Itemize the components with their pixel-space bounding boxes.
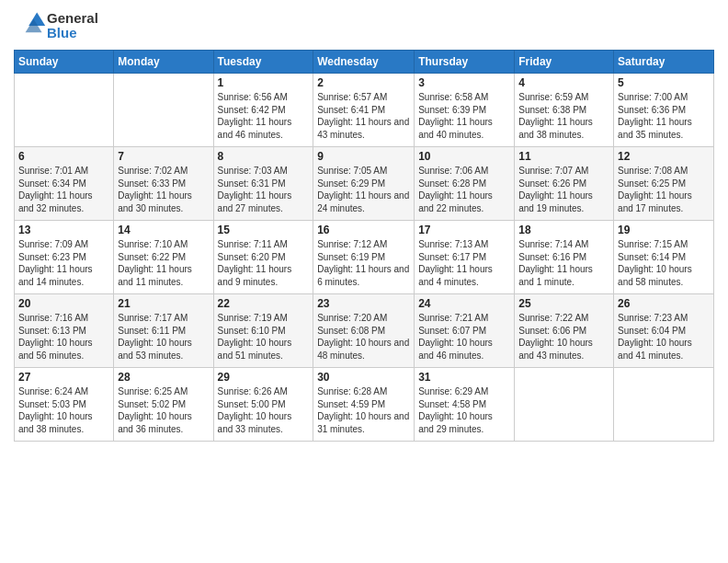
calendar-page: General Blue SundayMondayTuesdayWednesda… — [0, 0, 728, 563]
day-cell: 1Sunrise: 6:56 AMSunset: 6:42 PMDaylight… — [213, 74, 313, 147]
logo-container: General Blue — [14, 9, 98, 42]
day-info: Sunrise: 7:17 AMSunset: 6:11 PMDaylight:… — [118, 312, 209, 362]
day-cell: 2Sunrise: 6:57 AMSunset: 6:41 PMDaylight… — [313, 74, 415, 147]
day-cell: 14Sunrise: 7:10 AMSunset: 6:22 PMDayligh… — [114, 221, 213, 294]
day-number: 20 — [18, 297, 109, 310]
weekday-header-friday: Friday — [515, 51, 614, 74]
day-cell: 19Sunrise: 7:15 AMSunset: 6:14 PMDayligh… — [614, 221, 714, 294]
day-cell: 3Sunrise: 6:58 AMSunset: 6:39 PMDaylight… — [415, 74, 515, 147]
day-info: Sunrise: 7:01 AMSunset: 6:34 PMDaylight:… — [18, 165, 109, 214]
day-cell: 12Sunrise: 7:08 AMSunset: 6:25 PMDayligh… — [614, 147, 714, 221]
day-number: 8 — [218, 150, 310, 163]
day-cell: 22Sunrise: 7:19 AMSunset: 6:10 PMDayligh… — [213, 294, 313, 368]
day-number: 11 — [518, 150, 609, 163]
day-number: 10 — [418, 150, 510, 163]
day-cell: 29Sunrise: 6:26 AMSunset: 5:00 PMDayligh… — [213, 368, 313, 442]
day-number: 1 — [218, 76, 310, 89]
day-number: 7 — [118, 150, 209, 163]
day-info: Sunrise: 7:16 AMSunset: 6:13 PMDaylight:… — [18, 312, 109, 362]
weekday-header-sunday: Sunday — [15, 51, 114, 74]
weekday-header-thursday: Thursday — [415, 51, 515, 74]
logo-text: General Blue — [47, 11, 98, 41]
day-cell — [15, 74, 114, 147]
day-info: Sunrise: 7:21 AMSunset: 6:07 PMDaylight:… — [418, 312, 510, 362]
day-info: Sunrise: 7:05 AMSunset: 6:29 PMDaylight:… — [317, 165, 410, 214]
day-info: Sunrise: 7:14 AMSunset: 6:16 PMDaylight:… — [518, 238, 609, 288]
day-info: Sunrise: 7:09 AMSunset: 6:23 PMDaylight:… — [18, 238, 109, 288]
day-info: Sunrise: 7:13 AMSunset: 6:17 PMDaylight:… — [418, 238, 510, 288]
day-number: 5 — [618, 76, 710, 89]
day-number: 3 — [418, 76, 510, 89]
day-number: 15 — [218, 224, 310, 236]
day-info: Sunrise: 6:24 AMSunset: 5:03 PMDaylight:… — [18, 385, 109, 435]
day-cell: 9Sunrise: 7:05 AMSunset: 6:29 PMDaylight… — [313, 147, 415, 221]
day-number: 24 — [418, 297, 510, 310]
day-info: Sunrise: 6:56 AMSunset: 6:42 PMDaylight:… — [218, 91, 310, 141]
logo: General Blue — [14, 9, 98, 42]
day-info: Sunrise: 7:03 AMSunset: 6:31 PMDaylight:… — [218, 165, 310, 214]
week-row-3: 13Sunrise: 7:09 AMSunset: 6:23 PMDayligh… — [15, 221, 714, 294]
day-number: 4 — [518, 76, 609, 89]
logo-svg — [14, 9, 47, 42]
day-number: 29 — [218, 371, 310, 384]
day-info: Sunrise: 6:29 AMSunset: 4:58 PMDaylight:… — [418, 385, 510, 435]
day-number: 17 — [418, 224, 510, 236]
day-number: 2 — [317, 76, 410, 89]
week-row-2: 6Sunrise: 7:01 AMSunset: 6:34 PMDaylight… — [15, 147, 714, 221]
day-cell: 13Sunrise: 7:09 AMSunset: 6:23 PMDayligh… — [15, 221, 114, 294]
day-info: Sunrise: 7:06 AMSunset: 6:28 PMDaylight:… — [418, 165, 510, 214]
day-cell — [114, 74, 213, 147]
day-cell: 17Sunrise: 7:13 AMSunset: 6:17 PMDayligh… — [415, 221, 515, 294]
day-info: Sunrise: 6:26 AMSunset: 5:00 PMDaylight:… — [218, 385, 310, 435]
day-number: 28 — [118, 371, 209, 384]
day-info: Sunrise: 7:02 AMSunset: 6:33 PMDaylight:… — [118, 165, 209, 214]
day-number: 26 — [618, 297, 710, 310]
day-info: Sunrise: 7:00 AMSunset: 6:36 PMDaylight:… — [618, 91, 710, 141]
day-cell: 6Sunrise: 7:01 AMSunset: 6:34 PMDaylight… — [15, 147, 114, 221]
day-number: 19 — [618, 224, 710, 236]
weekday-header-saturday: Saturday — [614, 51, 714, 74]
day-number: 23 — [317, 297, 410, 310]
day-cell: 31Sunrise: 6:29 AMSunset: 4:58 PMDayligh… — [415, 368, 515, 442]
day-info: Sunrise: 7:23 AMSunset: 6:04 PMDaylight:… — [618, 312, 710, 362]
day-cell: 26Sunrise: 7:23 AMSunset: 6:04 PMDayligh… — [614, 294, 714, 368]
day-info: Sunrise: 6:28 AMSunset: 4:59 PMDaylight:… — [317, 385, 410, 435]
day-number: 31 — [418, 371, 510, 384]
day-number: 9 — [317, 150, 410, 163]
day-cell: 16Sunrise: 7:12 AMSunset: 6:19 PMDayligh… — [313, 221, 415, 294]
week-row-1: 1Sunrise: 6:56 AMSunset: 6:42 PMDaylight… — [15, 74, 714, 147]
header: General Blue — [14, 9, 714, 42]
day-number: 25 — [518, 297, 609, 310]
day-cell: 20Sunrise: 7:16 AMSunset: 6:13 PMDayligh… — [15, 294, 114, 368]
day-number: 18 — [518, 224, 609, 236]
day-cell — [614, 368, 714, 442]
day-number: 13 — [18, 224, 109, 236]
day-info: Sunrise: 7:22 AMSunset: 6:06 PMDaylight:… — [518, 312, 609, 362]
day-info: Sunrise: 6:59 AMSunset: 6:38 PMDaylight:… — [518, 91, 609, 141]
calendar-table: SundayMondayTuesdayWednesdayThursdayFrid… — [14, 50, 714, 442]
day-cell: 24Sunrise: 7:21 AMSunset: 6:07 PMDayligh… — [415, 294, 515, 368]
day-cell — [515, 368, 614, 442]
day-number: 14 — [118, 224, 209, 236]
day-cell: 11Sunrise: 7:07 AMSunset: 6:26 PMDayligh… — [515, 147, 614, 221]
day-cell: 21Sunrise: 7:17 AMSunset: 6:11 PMDayligh… — [114, 294, 213, 368]
day-cell: 4Sunrise: 6:59 AMSunset: 6:38 PMDaylight… — [515, 74, 614, 147]
weekday-header-wednesday: Wednesday — [313, 51, 415, 74]
day-info: Sunrise: 7:19 AMSunset: 6:10 PMDaylight:… — [218, 312, 310, 362]
day-cell: 7Sunrise: 7:02 AMSunset: 6:33 PMDaylight… — [114, 147, 213, 221]
day-number: 21 — [118, 297, 209, 310]
day-cell: 25Sunrise: 7:22 AMSunset: 6:06 PMDayligh… — [515, 294, 614, 368]
day-number: 12 — [618, 150, 710, 163]
day-cell: 28Sunrise: 6:25 AMSunset: 5:02 PMDayligh… — [114, 368, 213, 442]
week-row-5: 27Sunrise: 6:24 AMSunset: 5:03 PMDayligh… — [15, 368, 714, 442]
day-info: Sunrise: 6:57 AMSunset: 6:41 PMDaylight:… — [317, 91, 410, 141]
day-number: 30 — [317, 371, 410, 384]
week-row-4: 20Sunrise: 7:16 AMSunset: 6:13 PMDayligh… — [15, 294, 714, 368]
day-info: Sunrise: 7:20 AMSunset: 6:08 PMDaylight:… — [317, 312, 410, 362]
day-info: Sunrise: 7:15 AMSunset: 6:14 PMDaylight:… — [618, 238, 710, 288]
day-info: Sunrise: 7:08 AMSunset: 6:25 PMDaylight:… — [618, 165, 710, 214]
weekday-header-row: SundayMondayTuesdayWednesdayThursdayFrid… — [15, 51, 714, 74]
day-info: Sunrise: 7:10 AMSunset: 6:22 PMDaylight:… — [118, 238, 209, 288]
weekday-header-tuesday: Tuesday — [213, 51, 313, 74]
day-number: 16 — [317, 224, 410, 236]
